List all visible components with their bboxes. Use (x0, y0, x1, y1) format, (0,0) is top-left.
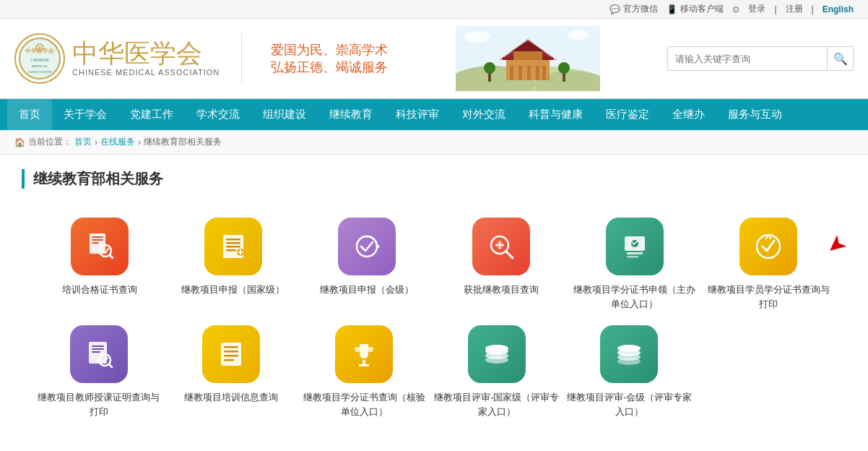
svg-rect-17 (518, 66, 522, 80)
service-national-apply[interactable]: 继教项目申报（国家级） (170, 218, 296, 311)
service-teacher-cert[interactable]: 继教项目教师授课证明查询与打印 (36, 325, 162, 418)
top-bar: 💬 官方微信 📱 移动客户端 ⊙ 登录 | 注册 | English (0, 0, 868, 19)
nav-item-health[interactable]: 科普与健康 (517, 99, 594, 130)
cert-query-icon (71, 218, 129, 275)
svg-point-58 (757, 235, 780, 258)
breadcrumb-home-link[interactable]: 首页 (74, 136, 92, 148)
teacher-cert-icon (70, 325, 128, 383)
svg-text:ASSOCIATION: ASSOCIATION (28, 70, 52, 74)
nav-item-tech[interactable]: 科技评审 (384, 99, 451, 130)
logo-english-text: CHINESE MEDICAL ASSOCIATION (72, 68, 220, 77)
svg-line-34 (110, 255, 113, 258)
svg-rect-55 (627, 256, 638, 258)
svg-point-28 (568, 30, 589, 40)
header-divider (241, 33, 242, 84)
svg-rect-30 (92, 236, 103, 238)
nav-item-org[interactable]: 组织建设 (251, 99, 318, 130)
svg-rect-39 (226, 242, 240, 244)
svg-line-48 (506, 252, 513, 258)
svg-marker-46 (377, 244, 380, 249)
train-info-icon (202, 325, 260, 383)
assoc-apply-icon (338, 218, 396, 275)
svg-point-27 (464, 31, 490, 43)
svg-rect-40 (226, 246, 240, 248)
eval-assoc-icon (600, 325, 658, 383)
svg-rect-16 (510, 66, 513, 80)
svg-rect-31 (92, 239, 103, 241)
service-row2: 继教项目教师授课证明查询与打印 继教项目培训信息查询 (22, 318, 846, 426)
search-area: 🔍 (667, 46, 854, 71)
breadcrumb-online-link[interactable]: 在线服务 (100, 136, 135, 148)
svg-point-24 (484, 62, 495, 74)
service-grid-row1: 培训合格证书查询 继教项目申报（国家级） (22, 210, 846, 318)
mobile-icon: 📱 (667, 4, 677, 14)
service-approved-query[interactable]: 获批继教项目查询 (438, 218, 564, 311)
svg-text:CHINESE: CHINESE (30, 58, 49, 62)
english-label: English (823, 4, 854, 14)
svg-point-26 (558, 62, 570, 74)
nav-item-education[interactable]: 继续教育 (318, 99, 384, 130)
national-apply-icon (204, 218, 262, 275)
service-assoc-apply[interactable]: 继教项目申报（会级） (304, 218, 430, 311)
service-cert-query[interactable]: 培训合格证书查询 (36, 218, 162, 311)
svg-text:MEDICAL: MEDICAL (32, 64, 48, 68)
cert-query-label: 培训合格证书查询 (62, 283, 137, 297)
login-label: 登录 (748, 3, 765, 15)
search-input[interactable] (668, 47, 827, 70)
main-nav: 首页 关于学会 党建工作 学术交流 组织建设 继续教育 科技评审 对外交流 科普… (0, 99, 868, 130)
svg-rect-71 (224, 351, 238, 353)
svg-point-83 (617, 345, 641, 352)
header: 中华医学会 CHINESE MEDICAL ASSOCIATION 中华医学会 … (0, 19, 868, 99)
svg-point-51 (496, 241, 503, 249)
logo-text: 中华医学会 CHINESE MEDICAL ASSOCIATION (72, 40, 220, 77)
nav-item-medical[interactable]: 医疗鉴定 (594, 99, 661, 130)
slogan-line1: 爱国为民、崇高学术 (271, 41, 388, 59)
train-info-label: 继教项目培训信息查询 (184, 390, 278, 405)
nav-item-party[interactable]: 党建工作 (118, 99, 185, 130)
svg-rect-41 (226, 249, 236, 252)
nav-item-academic[interactable]: 学术交流 (185, 99, 251, 130)
header-slogan: 爱国为民、崇高学术 弘扬正德、竭诚服务 (271, 41, 388, 76)
svg-rect-72 (224, 355, 238, 357)
nav-item-all[interactable]: 全继办 (661, 99, 716, 130)
english-link[interactable]: English (823, 4, 854, 14)
svg-rect-64 (92, 351, 100, 353)
svg-rect-69 (221, 343, 241, 366)
svg-rect-20 (542, 66, 546, 80)
nav-item-service[interactable]: 服务与互动 (716, 99, 794, 130)
approved-query-icon (472, 218, 530, 275)
assoc-apply-label: 继教项目申报（会级） (320, 283, 414, 297)
service-credit-verify[interactable]: 继教项目学分证书查询（核验单位入口） (301, 325, 427, 418)
teacher-cert-label: 继教项目教师授课证明查询与打印 (36, 390, 162, 418)
register-link[interactable]: 注册 (786, 3, 803, 15)
header-building (402, 26, 653, 91)
svg-rect-18 (527, 66, 531, 80)
mobile-link[interactable]: 📱 移动客户端 (667, 3, 724, 15)
svg-rect-54 (627, 252, 643, 254)
svg-rect-75 (359, 364, 369, 366)
service-eval-national[interactable]: 继教项目评审-国家级（评审专家入口） (434, 325, 560, 418)
nav-item-home[interactable]: 首页 (7, 99, 52, 130)
svg-line-66 (109, 364, 112, 367)
breadcrumb-current: 继续教育部相关服务 (144, 136, 222, 148)
service-credit-apply[interactable]: 继教项目学分证书申领（主办单位入口） (571, 218, 698, 311)
weixin-link[interactable]: 💬 官方微信 (609, 3, 658, 15)
service-eval-assoc[interactable]: 继教项目评审-会级（评审专家入口） (567, 325, 693, 418)
credit-print-icon (739, 218, 797, 275)
divider3: | (812, 4, 814, 14)
search-button[interactable]: 🔍 (827, 47, 853, 70)
service-credit-print[interactable]: 继教项目学员学分证书查询与打印 ➤ (706, 218, 832, 311)
nav-item-foreign[interactable]: 对外交流 (451, 99, 517, 130)
svg-rect-62 (92, 345, 104, 347)
svg-line-36 (105, 249, 108, 253)
service-train-info[interactable]: 继教项目培训信息查询 (169, 325, 295, 418)
credit-apply-icon (606, 218, 664, 275)
login-link[interactable]: 登录 (748, 3, 765, 15)
nav-item-about[interactable]: 关于学会 (52, 99, 118, 130)
slogan-line2: 弘扬正德、竭诚服务 (271, 59, 388, 76)
divider1: ⊙ (732, 4, 739, 14)
svg-rect-73 (224, 359, 234, 361)
svg-point-79 (485, 345, 508, 352)
register-label: 注册 (786, 3, 803, 15)
eval-national-label: 继教项目评审-国家级（评审专家入口） (434, 390, 560, 418)
